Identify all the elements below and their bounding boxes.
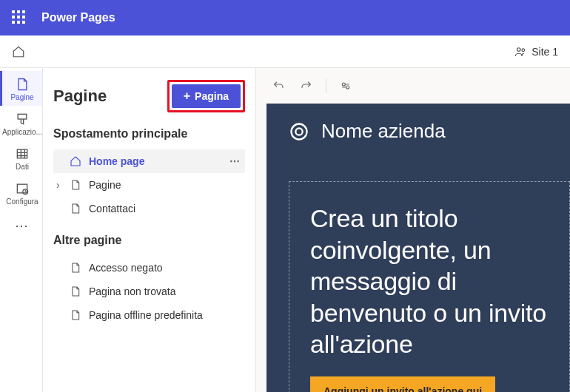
svg-point-9 <box>295 128 302 135</box>
sync-icon <box>340 80 352 92</box>
more-icon[interactable]: ⋯ <box>229 155 241 167</box>
add-page-label: Pagina <box>195 90 229 102</box>
tree-item-label: Accesso negato <box>89 262 163 274</box>
tutorial-highlight: + Pagina <box>167 80 245 112</box>
tree-item-label: Pagine <box>89 179 121 191</box>
undo-button[interactable] <box>266 74 290 98</box>
redo-icon <box>301 80 312 92</box>
site-picker[interactable]: Site 1 <box>514 45 558 58</box>
table-icon <box>15 146 30 161</box>
tree-item-label: Pagina non trovata <box>89 285 176 297</box>
rail-label: Dati <box>16 163 29 171</box>
undo-icon <box>272 80 284 92</box>
rail-data[interactable]: Dati <box>0 141 42 175</box>
section-other-pages: Altre pagine <box>53 234 245 247</box>
cta-label: Aggiungi un invito all'azione qui <box>323 385 482 393</box>
rail-label: Configura <box>6 197 38 206</box>
app-launcher-icon[interactable] <box>12 10 27 25</box>
company-logo-icon <box>289 121 309 142</box>
canvas-toolbar <box>256 68 570 104</box>
page-icon <box>70 309 81 321</box>
brush-icon <box>15 112 30 126</box>
toolbar-separator <box>326 78 326 93</box>
section-main-nav: Spostamento principale <box>53 127 245 141</box>
breadcrumb-bar: Site 1 <box>0 36 570 68</box>
svg-point-7 <box>346 86 349 89</box>
pages-title: Pagine <box>53 87 107 106</box>
svg-point-0 <box>517 47 521 51</box>
preview-header: Nome azienda <box>266 104 570 159</box>
top-app-bar: Power Pages <box>0 0 570 36</box>
tree-item-not-found[interactable]: Pagina non trovata <box>53 280 245 303</box>
page-icon <box>70 179 81 191</box>
page-icon <box>70 262 81 274</box>
tree-item-label: Home page <box>89 155 144 167</box>
rail-setup[interactable]: Configura <box>0 175 42 210</box>
hero-title[interactable]: Crea un titolo coinvolgente, un messaggi… <box>310 203 549 360</box>
home-icon <box>70 155 81 167</box>
chevron-right-icon[interactable]: › <box>56 179 64 191</box>
svg-point-1 <box>522 48 525 51</box>
canvas-area: Nome azienda Crea un titolo coinvolgente… <box>256 68 570 392</box>
page-icon <box>70 285 81 297</box>
tree-item-access-denied[interactable]: Accesso negato <box>53 256 245 280</box>
pages-panel: Pagine + Pagina Spostamento principale H… <box>43 68 256 392</box>
tree-item-pages[interactable]: › Pagine <box>53 173 245 197</box>
home-icon[interactable] <box>12 45 25 58</box>
rail-label: Applicazio... <box>2 128 42 136</box>
svg-point-8 <box>292 124 307 139</box>
svg-rect-3 <box>17 149 27 158</box>
page-icon <box>15 77 30 92</box>
tree-item-contact[interactable]: Contattaci <box>53 197 245 220</box>
setup-icon <box>15 181 30 196</box>
site-name: Site 1 <box>532 46 558 58</box>
people-icon <box>514 45 527 58</box>
rail-more[interactable]: ⋯ <box>15 210 28 234</box>
tree-item-label: Contattaci <box>89 203 135 214</box>
page-preview[interactable]: Nome azienda Crea un titolo coinvolgente… <box>266 104 570 392</box>
page-icon <box>70 203 81 214</box>
rail-pages[interactable]: Pagine <box>0 71 42 106</box>
rail-styling[interactable]: Applicazio... <box>0 106 42 141</box>
redo-button[interactable] <box>295 74 318 98</box>
left-rail: Pagine Applicazio... Dati Configura ⋯ <box>0 68 43 392</box>
svg-point-6 <box>342 83 345 86</box>
sync-button[interactable] <box>334 74 358 98</box>
product-title: Power Pages <box>41 11 115 24</box>
add-page-button[interactable]: + Pagina <box>172 84 241 108</box>
tree-item-label: Pagina offline predefinita <box>89 309 203 321</box>
hero-section[interactable]: Crea un titolo coinvolgente, un messaggi… <box>289 181 570 392</box>
tree-item-home[interactable]: Home page ⋯ <box>53 149 245 173</box>
svg-rect-2 <box>18 114 27 119</box>
plus-icon: + <box>184 90 190 102</box>
tree-item-offline[interactable]: Pagina offline predefinita <box>53 303 245 327</box>
cta-button[interactable]: Aggiungi un invito all'azione qui <box>310 376 495 393</box>
company-name[interactable]: Nome azienda <box>321 120 446 143</box>
rail-label: Pagine <box>10 93 33 101</box>
